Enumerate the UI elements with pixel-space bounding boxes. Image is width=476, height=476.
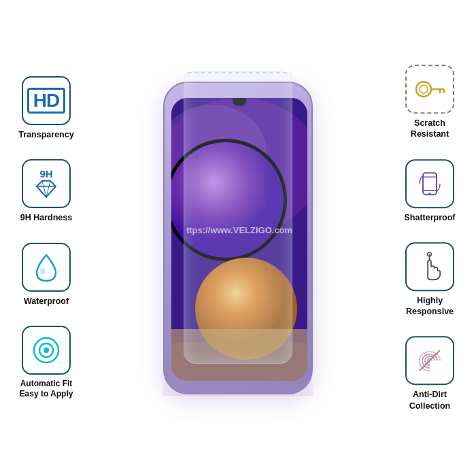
feature-responsive: HighlyResponsive bbox=[405, 242, 454, 318]
phone-wrapper: ttps://www.VELZIGO.com bbox=[163, 82, 313, 394]
feature-9h-hardness: 9H 9H Hardness bbox=[20, 159, 72, 223]
diamond-icon: 9H bbox=[33, 169, 59, 199]
svg-point-28 bbox=[429, 254, 430, 255]
fingerprint-icon bbox=[415, 346, 444, 375]
main-container: HD Transparency 9H 9H H bbox=[0, 0, 476, 476]
diamond-svg bbox=[33, 179, 59, 199]
9h-icon-box: 9H bbox=[22, 159, 71, 208]
features-right: ScratchResistant Shatterproof bbox=[389, 65, 471, 411]
phone-reflection bbox=[163, 374, 313, 396]
scratch-label: ScratchResistant bbox=[411, 118, 449, 140]
circle-target-icon bbox=[30, 334, 63, 367]
svg-rect-23 bbox=[423, 173, 437, 194]
feature-shatterproof: Shatterproof bbox=[405, 159, 456, 223]
svg-point-19 bbox=[420, 85, 428, 93]
center-area: ttps://www.VELZIGO.com bbox=[163, 82, 313, 394]
svg-point-9 bbox=[44, 347, 49, 353]
glass-protector bbox=[184, 71, 292, 364]
shatterproof-icon-box bbox=[405, 159, 454, 208]
auto-fit-icon-box bbox=[22, 326, 71, 375]
shatterproof-label: Shatterproof bbox=[405, 212, 456, 223]
phone-rotate-icon bbox=[415, 169, 444, 198]
waterdrop-icon bbox=[34, 252, 58, 282]
waterproof-icon-box bbox=[22, 243, 71, 292]
svg-point-6 bbox=[40, 268, 46, 275]
waterproof-label: Waterproof bbox=[24, 296, 69, 307]
auto-fit-label: Automatic FitEasy to Apply bbox=[20, 379, 73, 400]
scratch-icon-box bbox=[405, 65, 454, 114]
features-left: HD Transparency 9H 9H H bbox=[5, 76, 87, 400]
hd-icon: HD bbox=[27, 88, 65, 114]
responsive-label: HighlyResponsive bbox=[406, 295, 454, 318]
hd-label: Transparency bbox=[18, 129, 73, 140]
anti-dirt-icon-box bbox=[405, 336, 454, 385]
key-icon bbox=[413, 77, 447, 101]
9h-text: 9H bbox=[39, 169, 52, 179]
svg-point-26 bbox=[429, 192, 431, 194]
9h-label: 9H Hardness bbox=[20, 212, 72, 223]
feature-scratch: ScratchResistant bbox=[405, 65, 454, 140]
feature-auto-fit: Automatic FitEasy to Apply bbox=[20, 326, 73, 400]
hd-icon-box: HD bbox=[22, 76, 71, 125]
feature-hd-transparency: HD Transparency bbox=[18, 76, 73, 140]
svg-point-18 bbox=[416, 82, 431, 97]
anti-dirt-label: Anti-DirtCollection bbox=[409, 389, 450, 411]
svg-marker-0 bbox=[37, 181, 56, 197]
hand-touch-icon bbox=[414, 252, 445, 282]
responsive-icon-box bbox=[405, 242, 454, 291]
feature-waterproof: Waterproof bbox=[22, 243, 71, 307]
feature-anti-dirt: Anti-DirtCollection bbox=[405, 336, 454, 411]
